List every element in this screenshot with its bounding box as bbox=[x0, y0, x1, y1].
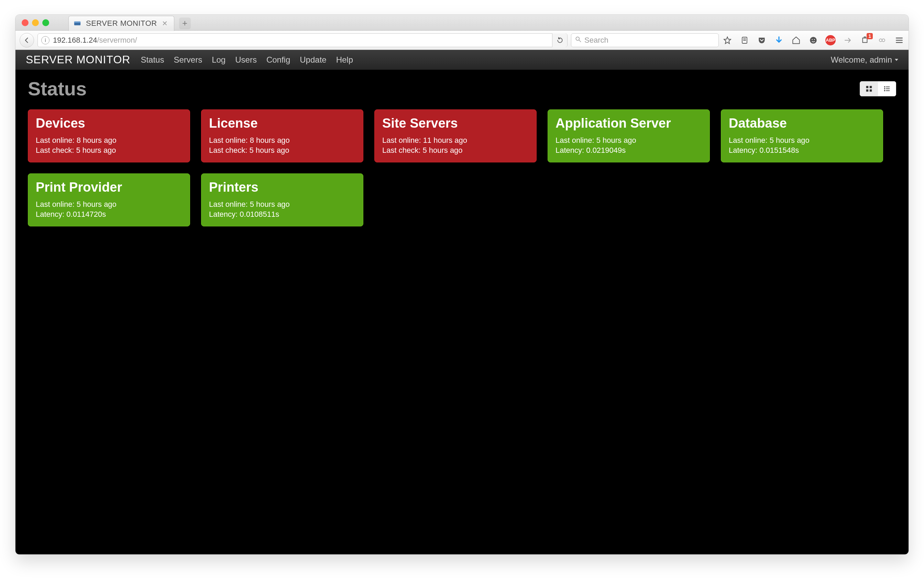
status-card-line2: Latency: 0.0114720s bbox=[36, 210, 182, 220]
back-button[interactable] bbox=[20, 33, 34, 48]
page-content: Status DevicesLast online: 8 hours agoLa… bbox=[15, 70, 909, 555]
user-menu[interactable]: Welcome, admin bbox=[831, 55, 898, 65]
new-tab-button[interactable]: + bbox=[179, 18, 191, 29]
url-bar[interactable]: i 192.168.1.24/servermon/ bbox=[38, 33, 568, 47]
status-card-line1: Last online: 5 hours ago bbox=[209, 200, 355, 210]
nav-update[interactable]: Update bbox=[300, 55, 326, 65]
status-card-line2: Last check: 5 hours ago bbox=[209, 146, 355, 156]
window-minimize-button[interactable] bbox=[32, 19, 39, 26]
app-navbar: SERVER MONITOR Status Servers Log Users … bbox=[15, 50, 909, 70]
status-card-line2: Latency: 0.0219049s bbox=[556, 146, 702, 156]
svg-rect-15 bbox=[866, 86, 868, 88]
extension-icon-1[interactable] bbox=[843, 35, 853, 45]
status-card-title: Site Servers bbox=[382, 116, 529, 131]
status-card-line2: Last check: 5 hours ago bbox=[382, 146, 529, 156]
svg-point-9 bbox=[814, 39, 815, 40]
url-host: 192.168.1.24 bbox=[53, 36, 97, 45]
download-icon[interactable] bbox=[774, 35, 784, 45]
tab-title: SERVER MONITOR bbox=[86, 19, 157, 28]
window-close-button[interactable] bbox=[21, 19, 28, 26]
status-card-title: License bbox=[209, 116, 355, 131]
svg-rect-24 bbox=[886, 90, 889, 91]
nav-status[interactable]: Status bbox=[140, 55, 164, 65]
svg-point-23 bbox=[884, 90, 886, 91]
reload-button[interactable] bbox=[552, 33, 567, 47]
status-card-title: Print Provider bbox=[36, 180, 182, 195]
svg-rect-22 bbox=[886, 88, 889, 89]
app-brand[interactable]: SERVER MONITOR bbox=[26, 53, 130, 66]
status-card-title: Database bbox=[729, 116, 875, 131]
chevron-down-icon bbox=[895, 59, 898, 61]
url-text: 192.168.1.24/servermon/ bbox=[53, 36, 549, 45]
tab-favicon bbox=[74, 20, 81, 27]
extension-icon-2[interactable] bbox=[877, 35, 887, 45]
svg-point-21 bbox=[884, 88, 886, 89]
nav-servers[interactable]: Servers bbox=[173, 55, 202, 65]
nav-log[interactable]: Log bbox=[212, 55, 226, 65]
status-card-line2: Latency: 0.0151548s bbox=[729, 146, 875, 156]
grid-view-button[interactable] bbox=[860, 81, 878, 96]
window-maximize-button[interactable] bbox=[42, 19, 49, 26]
browser-toolbar: i 192.168.1.24/servermon/ Search bbox=[15, 31, 909, 50]
status-card[interactable]: DevicesLast online: 8 hours agoLast chec… bbox=[28, 109, 190, 162]
page-viewport: SERVER MONITOR Status Servers Log Users … bbox=[15, 50, 909, 555]
welcome-text: Welcome, admin bbox=[831, 55, 892, 65]
home-icon[interactable] bbox=[791, 35, 801, 45]
svg-point-10 bbox=[879, 39, 882, 41]
status-card-line1: Last online: 8 hours ago bbox=[209, 136, 355, 146]
status-card-line1: Last online: 11 hours ago bbox=[382, 136, 529, 146]
nav-users[interactable]: Users bbox=[235, 55, 257, 65]
svg-point-11 bbox=[882, 39, 885, 41]
toolbar-icons: ABP 1 bbox=[722, 35, 904, 45]
status-card-line1: Last online: 5 hours ago bbox=[729, 136, 875, 146]
svg-point-7 bbox=[810, 37, 817, 44]
status-card-title: Application Server bbox=[556, 116, 702, 131]
svg-point-8 bbox=[812, 39, 813, 40]
status-card[interactable]: Site ServersLast online: 11 hours agoLas… bbox=[375, 109, 536, 162]
list-view-button[interactable] bbox=[878, 81, 896, 96]
nav-help[interactable]: Help bbox=[336, 55, 353, 65]
pocket-icon[interactable] bbox=[757, 35, 767, 45]
svg-rect-16 bbox=[870, 86, 872, 88]
status-card[interactable]: DatabaseLast online: 5 hours agoLatency:… bbox=[721, 109, 883, 162]
window-controls bbox=[21, 19, 49, 26]
status-card[interactable]: PrintersLast online: 5 hours agoLatency:… bbox=[201, 174, 363, 227]
svg-line-3 bbox=[579, 40, 581, 41]
svg-rect-17 bbox=[866, 89, 868, 91]
status-card-line2: Latency: 0.0108511s bbox=[209, 210, 355, 220]
svg-point-2 bbox=[576, 37, 579, 40]
tab-close-icon[interactable]: ✕ bbox=[162, 19, 168, 28]
svg-rect-18 bbox=[870, 89, 872, 91]
status-card-line1: Last online: 8 hours ago bbox=[36, 136, 182, 146]
hamburger-menu-icon[interactable] bbox=[894, 35, 904, 45]
status-card-line1: Last online: 5 hours ago bbox=[36, 200, 182, 210]
svg-rect-1 bbox=[74, 22, 81, 23]
browser-tab[interactable]: SERVER MONITOR ✕ bbox=[68, 16, 174, 31]
tab-strip: SERVER MONITOR ✕ + bbox=[15, 15, 909, 31]
search-bar[interactable]: Search bbox=[571, 33, 719, 47]
nav-config[interactable]: Config bbox=[266, 55, 290, 65]
addons-icon[interactable]: 1 bbox=[860, 35, 870, 45]
page-title: Status bbox=[28, 78, 87, 100]
cards-grid: DevicesLast online: 8 hours agoLast chec… bbox=[28, 109, 896, 227]
search-icon bbox=[575, 36, 582, 45]
status-card-line1: Last online: 5 hours ago bbox=[556, 136, 702, 146]
status-card[interactable]: Print ProviderLast online: 5 hours agoLa… bbox=[28, 174, 190, 227]
addons-badge: 1 bbox=[866, 33, 873, 39]
nav-links: Status Servers Log Users Config Update H… bbox=[140, 55, 353, 65]
status-card[interactable]: Application ServerLast online: 5 hours a… bbox=[548, 109, 710, 162]
svg-rect-20 bbox=[886, 86, 889, 87]
search-placeholder: Search bbox=[584, 36, 609, 45]
view-switch bbox=[860, 81, 896, 96]
site-info-icon[interactable]: i bbox=[41, 36, 50, 45]
reading-list-icon[interactable] bbox=[739, 35, 750, 45]
status-card[interactable]: LicenseLast online: 8 hours agoLast chec… bbox=[201, 109, 363, 162]
status-card-line2: Last check: 5 hours ago bbox=[36, 146, 182, 156]
status-card-title: Devices bbox=[36, 116, 182, 131]
svg-point-19 bbox=[884, 86, 886, 88]
adblock-icon[interactable]: ABP bbox=[825, 35, 836, 45]
status-card-title: Printers bbox=[209, 180, 355, 195]
url-path: /servermon/ bbox=[97, 36, 137, 45]
bookmark-star-icon[interactable] bbox=[722, 35, 733, 45]
face-icon[interactable] bbox=[808, 35, 818, 45]
